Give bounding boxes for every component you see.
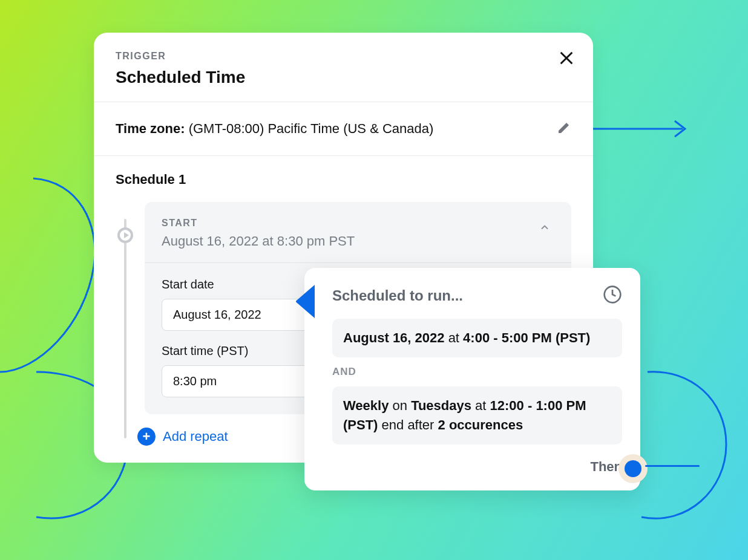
start-block-header[interactable]: START August 16, 2022 at 8:30 pm PST: [145, 202, 571, 262]
timeline: [116, 202, 139, 414]
popup-footer: Then: [332, 459, 622, 475]
schedule-title: Schedule 1: [116, 172, 571, 187]
play-icon: [117, 227, 133, 243]
timezone-label: Time zone:: [116, 121, 185, 136]
plus-icon: +: [137, 428, 156, 446]
then-label: Then: [590, 459, 622, 474]
timeline-line: [124, 219, 126, 438]
start-summary: August 16, 2022 at 8:30 pm PST: [162, 233, 355, 249]
item2-at: at: [471, 398, 490, 413]
popup-arrow-icon: [294, 285, 318, 318]
item2-end: end after: [378, 417, 438, 432]
item2-freq: Weekly: [343, 398, 389, 413]
pencil-icon: [557, 120, 571, 135]
item2-occ: 2 occurences: [438, 417, 523, 432]
card-header: TRIGGER Scheduled Time: [94, 33, 593, 102]
schedule-item-2: Weekly on Tuesdays at 12:00 - 1:00 PM (P…: [332, 386, 622, 444]
popup-header: Scheduled to run...: [332, 285, 622, 307]
timezone-row: Time zone: (GMT-08:00) Pacific Time (US …: [94, 102, 593, 155]
add-repeat-label: Add repeat: [163, 429, 228, 444]
trigger-eyebrow: TRIGGER: [116, 51, 571, 62]
chevron-up-icon: [539, 221, 551, 233]
item1-at: at: [445, 330, 464, 345]
and-separator: AND: [332, 366, 622, 378]
timezone-value: (GMT-08:00) Pacific Time (US & Canada): [189, 121, 434, 136]
item2-on: on: [389, 398, 411, 413]
connector-line: [645, 465, 700, 467]
then-node[interactable]: [618, 454, 648, 483]
edit-timezone-button[interactable]: [557, 120, 571, 137]
timezone-text: Time zone: (GMT-08:00) Pacific Time (US …: [116, 121, 433, 137]
scheduled-run-popup: Scheduled to run... August 16, 2022 at 4…: [304, 268, 640, 490]
start-label: START: [162, 218, 355, 229]
item2-day: Tuesdays: [411, 398, 471, 413]
schedule-item-1: August 16, 2022 at 4:00 - 5:00 PM (PST): [332, 319, 622, 357]
popup-title: Scheduled to run...: [332, 287, 463, 304]
item1-date: August 16, 2022: [343, 330, 445, 345]
close-button[interactable]: [558, 50, 575, 69]
trigger-title: Scheduled Time: [116, 68, 571, 87]
close-icon: [558, 50, 575, 67]
item1-range: 4:00 - 5:00 PM (PST): [463, 330, 590, 345]
collapse-button[interactable]: [535, 218, 554, 239]
clock-icon: [603, 285, 622, 307]
